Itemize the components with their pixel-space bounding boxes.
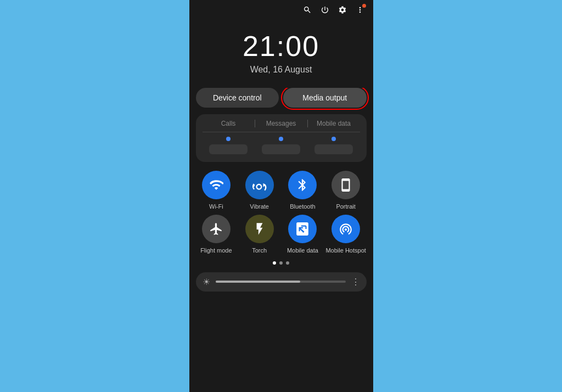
- info-col-calls: Calls: [203, 120, 255, 127]
- quick-tile-hotspot[interactable]: Mobile Hotspot: [325, 215, 367, 254]
- info-row: Calls Messages Mobile data: [203, 120, 360, 132]
- vibrate-label: Vibrate: [250, 203, 269, 210]
- settings-icon[interactable]: [338, 5, 347, 16]
- info-col-mobile-data: Mobile data: [308, 120, 360, 127]
- messages-value: [262, 144, 300, 154]
- info-values-row: [203, 137, 360, 154]
- mobile-data-icon-bg: [288, 215, 317, 243]
- wifi-icon-bg: [202, 171, 231, 199]
- panel-area: Device control Media output Calls Messag…: [189, 88, 373, 392]
- bluetooth-label: Bluetooth: [290, 203, 315, 210]
- flight-mode-icon-bg: [202, 215, 231, 243]
- brightness-more-icon[interactable]: ⋮: [351, 277, 360, 287]
- mobile-data-value: [314, 144, 353, 154]
- quick-tile-torch[interactable]: Torch: [239, 215, 280, 254]
- messages-label: Messages: [266, 120, 296, 127]
- clock-area: 21:00 Wed, 16 August: [189, 19, 373, 88]
- quick-tile-portrait[interactable]: Portrait: [325, 171, 367, 210]
- search-icon[interactable]: [303, 5, 312, 16]
- hotspot-label: Mobile Hotspot: [325, 247, 366, 254]
- torch-label: Torch: [252, 247, 267, 254]
- more-vert-icon[interactable]: [356, 5, 364, 16]
- portrait-label: Portrait: [336, 203, 355, 210]
- page-dot-1: [273, 261, 276, 265]
- quick-tile-wifi[interactable]: Wi-Fi: [196, 171, 237, 210]
- status-bar: [189, 0, 373, 19]
- mobile-data-dot: [331, 137, 336, 141]
- bluetooth-icon-bg: [288, 171, 317, 199]
- quick-tile-flight-mode[interactable]: Flight mode: [196, 215, 237, 254]
- quick-tiles-grid: Wi-Fi Vibrate Bluetooth: [196, 171, 367, 255]
- brightness-track[interactable]: [216, 281, 346, 283]
- page-dot-3: [286, 261, 289, 265]
- brightness-fill: [216, 281, 300, 283]
- quick-tile-bluetooth[interactable]: Bluetooth: [282, 171, 323, 210]
- vibrate-icon-bg: [245, 171, 274, 199]
- tab-device-control[interactable]: Device control: [196, 88, 279, 108]
- tab-media-output[interactable]: Media output: [283, 88, 367, 108]
- mobile-data-tile-label: Mobile data: [287, 247, 318, 254]
- clock-date: Wed, 16 August: [250, 65, 312, 75]
- calls-value: [209, 144, 248, 154]
- phone-screen: 21:00 Wed, 16 August Device control Medi…: [189, 0, 373, 392]
- quick-tile-vibrate[interactable]: Vibrate: [239, 171, 280, 210]
- page-dots: [196, 261, 367, 265]
- messages-dot: [279, 137, 283, 141]
- calls-dot: [226, 137, 231, 141]
- flight-mode-label: Flight mode: [200, 247, 232, 254]
- brightness-icon: ☀: [203, 277, 210, 287]
- page-dot-2: [279, 261, 283, 265]
- info-col-messages: Messages: [255, 120, 307, 127]
- quick-tile-mobile-data[interactable]: Mobile data: [282, 215, 323, 254]
- brightness-bar[interactable]: ☀ ⋮: [196, 272, 367, 292]
- wifi-label: Wi-Fi: [209, 203, 223, 210]
- tab-row: Device control Media output: [196, 88, 367, 108]
- info-card: Calls Messages Mobile data: [196, 114, 367, 162]
- power-icon[interactable]: [321, 5, 329, 16]
- portrait-icon-bg: [331, 171, 360, 199]
- torch-icon-bg: [245, 215, 274, 243]
- calls-label: Calls: [221, 120, 236, 127]
- clock-time: 21:00: [243, 30, 319, 63]
- notification-dot: [362, 4, 366, 8]
- mobile-data-label: Mobile data: [317, 120, 351, 127]
- hotspot-icon-bg: [331, 215, 360, 243]
